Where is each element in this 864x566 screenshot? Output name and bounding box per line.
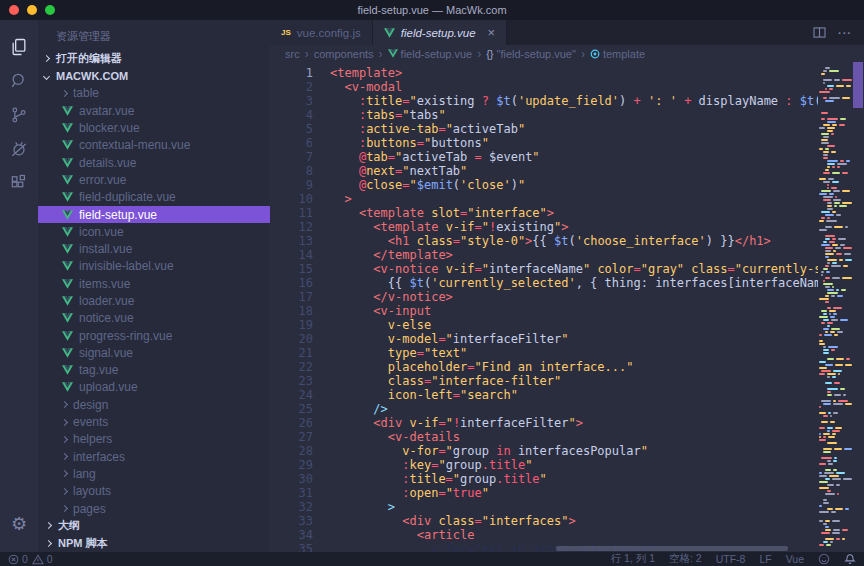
tree-item-lang[interactable]: lang: [38, 465, 270, 482]
tree-item-error.vue[interactable]: error.vue: [38, 171, 270, 188]
tree-item-notice.vue[interactable]: notice.vue: [38, 310, 270, 327]
code-line-5[interactable]: 5 :active-tab="activeTab": [270, 122, 818, 136]
code-line-25[interactable]: 25 />: [270, 402, 818, 416]
code-line-10[interactable]: 10 >: [270, 192, 818, 206]
tree-item-field-duplicate.vue[interactable]: field-duplicate.vue: [38, 189, 270, 206]
tree-item-interfaces[interactable]: interfaces: [38, 448, 270, 465]
close-tab-icon[interactable]: ×: [488, 28, 496, 38]
maximize-window-button[interactable]: [45, 5, 55, 15]
code-line-34[interactable]: 34 <article: [270, 528, 818, 542]
code-line-30[interactable]: 30 :title="group.title": [270, 472, 818, 486]
notifications-bell-icon[interactable]: [844, 553, 856, 565]
code-line-24[interactable]: 24 icon-left="search": [270, 388, 818, 402]
errors-indicator[interactable]: 0: [8, 553, 28, 565]
code-line-8[interactable]: 8 @next="nextTab": [270, 164, 818, 178]
tree-item-layouts[interactable]: layouts: [38, 483, 270, 500]
tree-item-design[interactable]: design: [38, 396, 270, 413]
split-editor-icon[interactable]: [813, 27, 826, 38]
source-control-icon[interactable]: [0, 98, 38, 132]
code-line-12[interactable]: 12 <template v-if="!existing">: [270, 220, 818, 234]
code-line-22[interactable]: 22 placeholder="Find an interface...": [270, 360, 818, 374]
horizontal-scrollbar[interactable]: [556, 546, 788, 551]
code-line-6[interactable]: 6 :buttons="buttons": [270, 136, 818, 150]
breadcrumb-item-2[interactable]: components: [314, 48, 374, 60]
tree-item-progress-ring.vue[interactable]: progress-ring.vue: [38, 327, 270, 344]
tree-item-blocker.vue[interactable]: blocker.vue: [38, 119, 270, 136]
code-line-28[interactable]: 28 v-for="group in interfacesPopular": [270, 444, 818, 458]
window-controls[interactable]: [9, 0, 55, 20]
encoding[interactable]: UTF-8: [716, 553, 746, 565]
code-line-17[interactable]: 17 </v-notice>: [270, 290, 818, 304]
tree-item-loader.vue[interactable]: loader.vue: [38, 292, 270, 309]
code-line-7[interactable]: 7 @tab="activeTab = $event": [270, 150, 818, 164]
title-bar: field-setup.vue — MacWk.com: [0, 0, 864, 20]
code-line-31[interactable]: 31 :open="true": [270, 486, 818, 500]
scrollbar-thumb[interactable]: [853, 62, 863, 108]
vertical-scrollbar[interactable]: [852, 62, 864, 552]
breadcrumb-item-4[interactable]: {}"field-setup.vue": [486, 48, 576, 60]
minimize-window-button[interactable]: [27, 5, 37, 15]
tree-item-field-setup.vue[interactable]: field-setup.vue: [38, 206, 270, 223]
minimap[interactable]: [818, 62, 852, 552]
code-line-29[interactable]: 29 :key="group.title": [270, 458, 818, 472]
status-bar: 0 0 行 1, 列 1 空格: 2 UTF-8 LF Vue: [0, 552, 864, 566]
code-line-11[interactable]: 11 <template slot="interface">: [270, 206, 818, 220]
extensions-icon[interactable]: [0, 166, 38, 200]
tree-item-helpers[interactable]: helpers: [38, 431, 270, 448]
cursor-position[interactable]: 行 1, 列 1: [611, 552, 655, 566]
language-mode[interactable]: Vue: [786, 553, 804, 565]
workspace-root-section[interactable]: MACWK.COM: [38, 67, 270, 84]
code-line-21[interactable]: 21 type="text": [270, 346, 818, 360]
code-line-33[interactable]: 33 <div class="interfaces">: [270, 514, 818, 528]
code-line-32[interactable]: 32 >: [270, 500, 818, 514]
search-icon[interactable]: [0, 64, 38, 98]
code-line-2[interactable]: 2 <v-modal: [270, 80, 818, 94]
tree-item-signal.vue[interactable]: signal.vue: [38, 344, 270, 361]
breadcrumb-item-5[interactable]: template: [590, 48, 645, 60]
explorer-icon[interactable]: [0, 30, 38, 64]
tree-item-pages[interactable]: pages: [38, 500, 270, 517]
more-actions-icon[interactable]: ···: [838, 27, 852, 39]
tree-item-icon.vue[interactable]: icon.vue: [38, 223, 270, 240]
tree-item-items.vue[interactable]: items.vue: [38, 275, 270, 292]
tab-vue.config.js[interactable]: JSvue.config.js: [270, 20, 373, 45]
code-editor[interactable]: 1<template>2 <v-modal3 :title="existing …: [270, 62, 864, 552]
code-line-27[interactable]: 27 <v-details: [270, 430, 818, 444]
indentation[interactable]: 空格: 2: [669, 552, 702, 566]
outline-section[interactable]: 大纲: [38, 517, 270, 534]
tree-item-tag.vue[interactable]: tag.vue: [38, 362, 270, 379]
eol-sequence[interactable]: LF: [759, 553, 771, 565]
code-line-16[interactable]: 16 {{ $t('currently_selected', { thing: …: [270, 276, 818, 290]
code-line-14[interactable]: 14 </template>: [270, 248, 818, 262]
code-line-23[interactable]: 23 class="interface-filter": [270, 374, 818, 388]
code-line-20[interactable]: 20 v-model="interfaceFilter": [270, 332, 818, 346]
tab-field-setup.vue[interactable]: field-setup.vue×: [373, 20, 507, 45]
tree-item-invisible-label.vue[interactable]: invisible-label.vue: [38, 258, 270, 275]
code-line-19[interactable]: 19 v-else: [270, 318, 818, 332]
code-line-15[interactable]: 15 <v-notice v-if="interfaceName" color=…: [270, 262, 818, 276]
close-window-button[interactable]: [9, 5, 19, 15]
npm-scripts-section[interactable]: NPM 脚本: [38, 535, 270, 552]
tree-item-avatar.vue[interactable]: avatar.vue: [38, 102, 270, 119]
tree-item-upload.vue[interactable]: upload.vue: [38, 379, 270, 396]
breadcrumb-item-3[interactable]: field-setup.vue: [388, 48, 473, 60]
code-line-26[interactable]: 26 <div v-if="!interfaceFilter">: [270, 416, 818, 430]
settings-gear-icon[interactable]: ⚙: [11, 513, 27, 534]
window-title: field-setup.vue — MacWk.com: [0, 4, 864, 16]
code-line-3[interactable]: 3 :title="existing ? $t('update_field') …: [270, 94, 818, 108]
code-line-18[interactable]: 18 <v-input: [270, 304, 818, 318]
code-line-1[interactable]: 1<template>: [270, 66, 818, 80]
tree-item-table[interactable]: table: [38, 85, 270, 102]
debug-icon[interactable]: [0, 132, 38, 166]
code-line-4[interactable]: 4 :tabs="tabs": [270, 108, 818, 122]
tree-item-events[interactable]: events: [38, 413, 270, 430]
tree-item-contextual-menu.vue[interactable]: contextual-menu.vue: [38, 137, 270, 154]
feedback-smiley-icon[interactable]: [818, 553, 830, 565]
code-line-13[interactable]: 13 <h1 class="style-0">{{ $t('choose_int…: [270, 234, 818, 248]
open-editors-section[interactable]: 打开的编辑器: [38, 50, 270, 67]
warnings-indicator[interactable]: 0: [32, 553, 53, 565]
tree-item-install.vue[interactable]: install.vue: [38, 240, 270, 257]
code-line-9[interactable]: 9 @close="$emit('close')": [270, 178, 818, 192]
tree-item-details.vue[interactable]: details.vue: [38, 154, 270, 171]
breadcrumb-item-1[interactable]: src: [285, 48, 300, 60]
